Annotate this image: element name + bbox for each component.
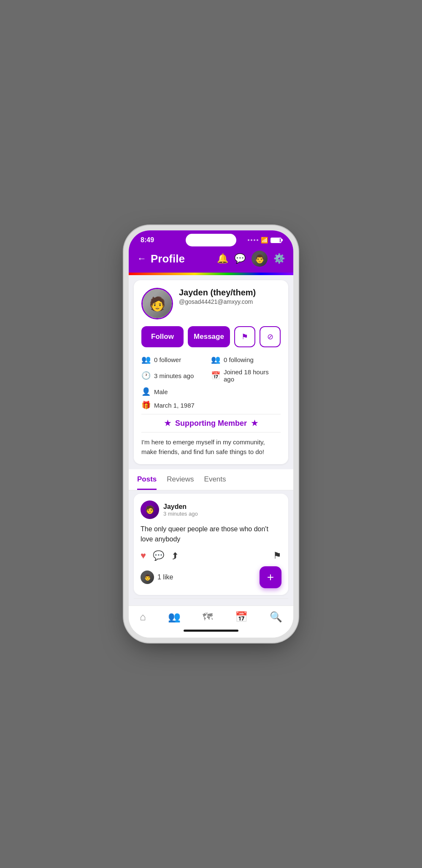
following-count: 0 following bbox=[224, 356, 254, 363]
followers-count: 0 follower bbox=[154, 356, 181, 363]
avatar-image: 👨 bbox=[252, 251, 268, 267]
back-button[interactable]: ← bbox=[137, 253, 146, 264]
tab-events[interactable]: Events bbox=[204, 475, 226, 490]
profile-actions: Follow Message ⚑ ⊘ bbox=[141, 326, 281, 347]
page-title: Profile bbox=[151, 252, 185, 265]
star-left-icon: ★ bbox=[164, 419, 171, 428]
header: ← Profile 🔔 💬 👨 ⚙️ bbox=[129, 247, 293, 273]
nav-people[interactable]: 👥 bbox=[168, 611, 181, 623]
notification-icon[interactable]: 🔔 bbox=[217, 253, 228, 264]
follow-button[interactable]: Follow bbox=[141, 326, 184, 347]
status-time: 8:49 bbox=[141, 236, 154, 244]
comment-button[interactable]: 💬 bbox=[153, 550, 164, 561]
post-time: 3 minutes ago bbox=[163, 511, 198, 517]
events-icon: 📅 bbox=[235, 611, 248, 623]
post-author-info: Jayden 3 minutes ago bbox=[163, 503, 198, 517]
main-content: 🧑 Jayden (they/them) @gosad44421@amxyy.c… bbox=[129, 275, 293, 606]
likes-count: 1 like bbox=[157, 573, 173, 581]
wifi-icon: 📶 bbox=[261, 237, 268, 243]
following-stat: 👥 0 following bbox=[211, 355, 281, 364]
supporting-member-label: Supporting Member bbox=[175, 419, 247, 428]
fab-plus-icon: + bbox=[267, 571, 274, 584]
birthday-item: 🎁 March 1, 1987 bbox=[141, 400, 281, 410]
profile-name: Jayden (they/them) bbox=[179, 288, 281, 297]
block-button[interactable]: ⊘ bbox=[260, 326, 281, 347]
gift-icon: 🎁 bbox=[141, 400, 151, 410]
calendar-icon: 📅 bbox=[211, 371, 220, 380]
joined-stat: 📅 Joined 18 hours ago bbox=[211, 368, 281, 383]
fab-add-button[interactable]: + bbox=[260, 566, 281, 588]
current-user-avatar[interactable]: 👨 bbox=[252, 251, 268, 267]
last-seen-text: 3 minutes ago bbox=[154, 372, 194, 379]
stats-row-1: 👥 0 follower 👥 0 following bbox=[141, 355, 281, 364]
people-icon: 👥 bbox=[168, 611, 181, 623]
bottom-nav: ⌂ 👥 🗺 📅 🔍 bbox=[129, 606, 293, 626]
search-icon: 🔍 bbox=[270, 611, 282, 623]
liker-avatar: 👨 bbox=[141, 571, 154, 584]
last-seen-stat: 🕐 3 minutes ago bbox=[141, 368, 211, 383]
signal-dots bbox=[248, 239, 258, 241]
nav-home[interactable]: ⌂ bbox=[140, 611, 146, 623]
person-icon: 👤 bbox=[141, 387, 151, 396]
home-indicator bbox=[129, 626, 293, 638]
nav-search[interactable]: 🔍 bbox=[270, 611, 282, 623]
block-icon: ⊘ bbox=[267, 332, 273, 341]
profile-tabs: Posts Reviews Events bbox=[129, 469, 293, 490]
post-flag-button[interactable]: ⚑ bbox=[273, 550, 281, 561]
status-icons: 📶 bbox=[248, 237, 281, 243]
profile-avatar: 🧑 bbox=[141, 288, 173, 319]
message-button[interactable]: Message bbox=[188, 326, 230, 347]
following-icon: 👥 bbox=[211, 355, 220, 364]
gender-item: 👤 Male bbox=[141, 387, 281, 396]
joined-text: Joined 18 hours ago bbox=[224, 368, 281, 383]
post-likes: 👨 1 like bbox=[141, 571, 173, 584]
message-icon[interactable]: 💬 bbox=[234, 253, 246, 264]
nav-events[interactable]: 📅 bbox=[235, 611, 248, 623]
post-header: 🧑 Jayden 3 minutes ago bbox=[141, 500, 281, 519]
like-button[interactable]: ♥ bbox=[141, 550, 146, 561]
phone-frame: 8:49 📶 ← Profile 🔔 💬 👨 ⚙️ bbox=[129, 230, 293, 638]
clock-icon: 🕐 bbox=[141, 371, 151, 380]
profile-stats: 👥 0 follower 👥 0 following 🕐 3 minutes a… bbox=[141, 355, 281, 383]
profile-card: 🧑 Jayden (they/them) @gosad44421@amxyy.c… bbox=[134, 280, 288, 464]
profile-bio: I'm here to emerge myself in my communit… bbox=[141, 438, 281, 457]
battery-icon bbox=[271, 238, 281, 243]
followers-icon: 👥 bbox=[141, 355, 151, 364]
home-bar bbox=[184, 630, 238, 632]
status-bar: 8:49 📶 bbox=[129, 230, 293, 247]
header-left: ← Profile bbox=[137, 252, 185, 265]
flag-icon: ⚑ bbox=[241, 332, 248, 341]
likes-row: 👨 1 like + bbox=[141, 566, 281, 588]
tab-reviews[interactable]: Reviews bbox=[167, 475, 194, 490]
gender-text: Male bbox=[154, 388, 168, 395]
star-right-icon: ★ bbox=[251, 419, 258, 428]
profile-email: @gosad44421@amxyy.com bbox=[179, 298, 281, 305]
followers-stat: 👥 0 follower bbox=[141, 355, 211, 364]
map-icon: 🗺 bbox=[203, 611, 213, 623]
profile-avatar-image: 🧑 bbox=[143, 289, 172, 318]
share-button[interactable]: ⮭ bbox=[171, 550, 180, 561]
post-content-text: The only queer people are those who don'… bbox=[141, 524, 281, 544]
nav-map[interactable]: 🗺 bbox=[203, 611, 213, 623]
header-icons: 🔔 💬 👨 ⚙️ bbox=[217, 251, 285, 267]
post-actions: ♥ 💬 ⮭ ⚑ bbox=[141, 550, 281, 561]
profile-meta: 👤 Male 🎁 March 1, 1987 bbox=[141, 387, 281, 410]
stats-row-2: 🕐 3 minutes ago 📅 Joined 18 hours ago bbox=[141, 368, 281, 383]
supporting-member-section: ★ Supporting Member ★ bbox=[141, 414, 281, 433]
notch bbox=[186, 234, 236, 246]
flag-button[interactable]: ⚑ bbox=[234, 326, 255, 347]
home-icon: ⌂ bbox=[140, 611, 146, 623]
settings-icon[interactable]: ⚙️ bbox=[273, 253, 285, 264]
birthday-text: March 1, 1987 bbox=[154, 402, 195, 409]
post-card: 🧑 Jayden 3 minutes ago The only queer pe… bbox=[134, 494, 288, 595]
profile-top: 🧑 Jayden (they/them) @gosad44421@amxyy.c… bbox=[141, 288, 281, 319]
profile-info: Jayden (they/them) @gosad44421@amxyy.com bbox=[179, 288, 281, 305]
tab-posts[interactable]: Posts bbox=[137, 475, 157, 490]
post-author-avatar: 🧑 bbox=[141, 500, 159, 519]
post-author-name: Jayden bbox=[163, 503, 198, 511]
